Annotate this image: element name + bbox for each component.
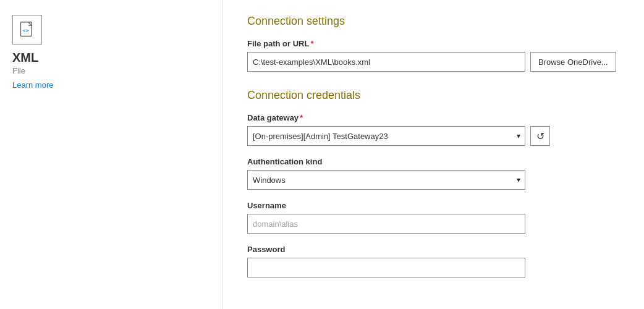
sidebar-title: XML: [12, 51, 38, 65]
password-label: Password: [247, 245, 619, 254]
file-path-label: File path or URL*: [247, 39, 619, 48]
username-label: Username: [247, 201, 619, 210]
data-gateway-row: [On-premises][Admin] TestGateway23 ▾ ↺: [247, 126, 619, 146]
file-path-input[interactable]: [247, 52, 525, 72]
data-gateway-group: Data gateway* [On-premises][Admin] TestG…: [247, 113, 619, 146]
learn-more-link[interactable]: Learn more: [12, 80, 53, 90]
auth-kind-select[interactable]: Windows Basic Anonymous: [247, 170, 525, 190]
svg-text:<>: <>: [23, 28, 29, 33]
data-gateway-select[interactable]: [On-premises][Admin] TestGateway23: [247, 126, 525, 146]
username-input[interactable]: [247, 214, 525, 234]
sidebar: <> XML File Learn more: [0, 0, 222, 309]
connection-credentials-section: Connection credentials Data gateway* [On…: [247, 89, 619, 277]
data-gateway-label: Data gateway*: [247, 113, 619, 122]
browse-onedrive-button[interactable]: Browse OneDrive...: [530, 52, 616, 72]
auth-kind-select-wrapper: Windows Basic Anonymous ▾: [247, 170, 525, 190]
password-group: Password: [247, 245, 619, 277]
data-gateway-select-wrapper: [On-premises][Admin] TestGateway23 ▾: [247, 126, 525, 146]
main-content: Connection settings File path or URL* Br…: [222, 0, 644, 309]
xml-file-icon: <>: [12, 15, 42, 44]
file-path-row: Browse OneDrive...: [247, 52, 619, 72]
auth-kind-group: Authentication kind Windows Basic Anonym…: [247, 157, 619, 190]
username-group: Username: [247, 201, 619, 234]
refresh-icon: ↺: [536, 130, 544, 142]
password-input[interactable]: [247, 258, 525, 277]
data-gateway-refresh-button[interactable]: ↺: [530, 126, 550, 146]
connection-credentials-title: Connection credentials: [247, 89, 619, 102]
connection-settings-title: Connection settings: [247, 15, 619, 28]
sidebar-subtitle: File: [12, 66, 25, 75]
file-path-group: File path or URL* Browse OneDrive...: [247, 39, 619, 72]
auth-kind-label: Authentication kind: [247, 157, 619, 166]
